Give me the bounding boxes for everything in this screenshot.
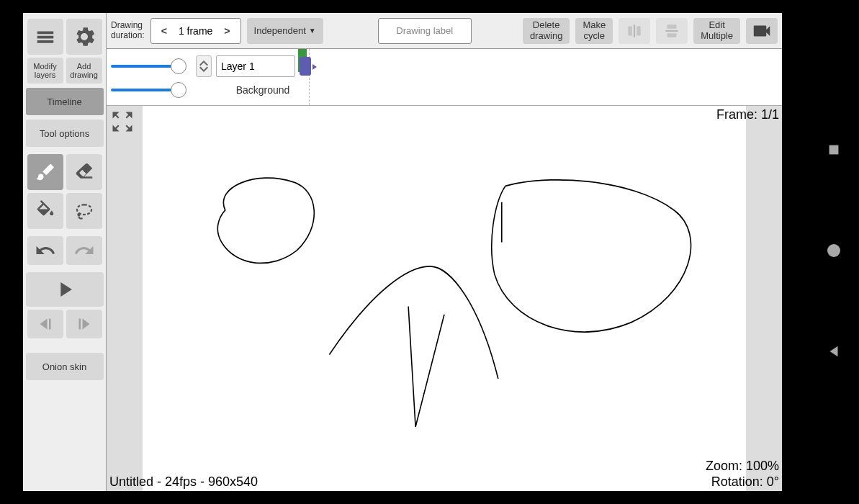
layer1-name-input[interactable]: Layer 1 xyxy=(216,55,295,77)
fullscreen-toggle-button[interactable] xyxy=(109,109,135,135)
svg-point-0 xyxy=(77,213,81,217)
frame-duration-control[interactable]: < 1 frame > xyxy=(150,18,241,44)
tool-options-tab[interactable]: Tool options xyxy=(26,120,104,147)
timeline-panel: Layer 1 Background xyxy=(107,49,782,106)
duration-increase-button[interactable]: > xyxy=(220,25,234,37)
background-opacity-slider[interactable] xyxy=(111,89,179,91)
chevron-down-icon: ▼ xyxy=(309,27,316,35)
nav-home-button[interactable] xyxy=(825,242,842,262)
background-layer-row[interactable]: Background xyxy=(111,79,782,101)
undo-button[interactable] xyxy=(27,236,63,265)
menu-icon xyxy=(35,26,56,48)
zoom-text: Zoom: 100% xyxy=(706,459,779,474)
onion-skin-button[interactable]: Onion skin xyxy=(26,353,104,380)
expand-icon xyxy=(109,109,135,135)
svg-point-2 xyxy=(827,244,840,257)
nav-recent-button[interactable] xyxy=(826,142,842,161)
eraser-icon xyxy=(73,161,95,183)
flip-v-icon xyxy=(662,22,681,40)
play-icon xyxy=(53,277,77,302)
svg-rect-1 xyxy=(829,145,839,154)
menu-button[interactable] xyxy=(27,19,63,55)
project-info-text: Untitled - 24fps - 960x540 xyxy=(109,474,258,490)
main-area: Drawing duration: < 1 frame > Independen… xyxy=(107,13,782,491)
background-label: Background xyxy=(216,84,310,96)
layer-row-1[interactable]: Layer 1 xyxy=(111,53,782,79)
next-key-icon xyxy=(73,313,95,335)
flip-h-icon xyxy=(625,22,644,40)
settings-button[interactable] xyxy=(66,19,102,55)
user-drawing xyxy=(143,106,746,491)
undo-icon xyxy=(35,240,56,261)
layer-reorder-button[interactable] xyxy=(196,55,212,77)
redo-icon xyxy=(73,240,95,261)
fill-tool-button[interactable] xyxy=(27,193,63,229)
add-drawing-button[interactable]: Add drawing xyxy=(66,58,102,84)
redo-button[interactable] xyxy=(66,236,102,265)
layer1-opacity-slider[interactable] xyxy=(111,65,179,68)
duration-value: 1 frame xyxy=(179,25,212,37)
duration-label: Drawing duration: xyxy=(111,21,145,40)
chevron-down-icon xyxy=(199,66,208,72)
independent-label: Independent xyxy=(254,25,306,36)
top-toolbar: Drawing duration: < 1 frame > Independen… xyxy=(107,13,782,49)
camera-icon xyxy=(751,20,773,42)
circle-icon xyxy=(825,242,842,259)
camera-button[interactable] xyxy=(746,18,778,44)
square-icon xyxy=(826,142,842,158)
sidebar: Modify layers Add drawing Timeline Tool … xyxy=(23,13,107,491)
canvas-viewport[interactable]: Frame: 1/1 Zoom: 100% Rotation: 0° Untit… xyxy=(107,106,782,491)
delete-drawing-button[interactable]: Delete drawing xyxy=(523,18,570,44)
lasso-tool-button[interactable] xyxy=(66,193,102,229)
nav-back-button[interactable] xyxy=(826,343,842,362)
prev-keyframe-button[interactable] xyxy=(27,310,63,338)
edit-multiple-button[interactable]: Edit Multiple xyxy=(693,18,740,44)
eraser-tool-button[interactable] xyxy=(66,154,102,190)
flip-horizontal-button[interactable] xyxy=(619,18,650,44)
flip-vertical-button[interactable] xyxy=(656,18,688,44)
fill-icon xyxy=(35,200,56,222)
frame-counter-text: Frame: 1/1 xyxy=(716,107,779,122)
brush-icon xyxy=(35,161,56,183)
drawing-canvas[interactable] xyxy=(143,106,746,491)
duration-decrease-button[interactable]: < xyxy=(157,25,171,37)
android-nav-bar xyxy=(809,0,859,504)
make-cycle-button[interactable]: Make cycle xyxy=(575,18,613,44)
timeline-tab[interactable]: Timeline xyxy=(26,88,104,115)
layer1-frame-clip[interactable] xyxy=(300,57,311,76)
independent-dropdown[interactable]: Independent ▼ xyxy=(247,18,323,44)
play-button[interactable] xyxy=(26,272,104,307)
chevron-up-icon xyxy=(199,60,208,66)
prev-key-icon xyxy=(35,313,56,335)
lasso-icon xyxy=(73,200,95,222)
brush-tool-button[interactable] xyxy=(27,154,63,190)
drawing-label-input[interactable]: Drawing label xyxy=(378,18,472,44)
rotation-text: Rotation: 0° xyxy=(711,474,779,490)
next-keyframe-button[interactable] xyxy=(66,310,102,338)
modify-layers-button[interactable]: Modify layers xyxy=(27,58,63,84)
gear-icon xyxy=(73,26,95,48)
triangle-back-icon xyxy=(826,343,842,359)
